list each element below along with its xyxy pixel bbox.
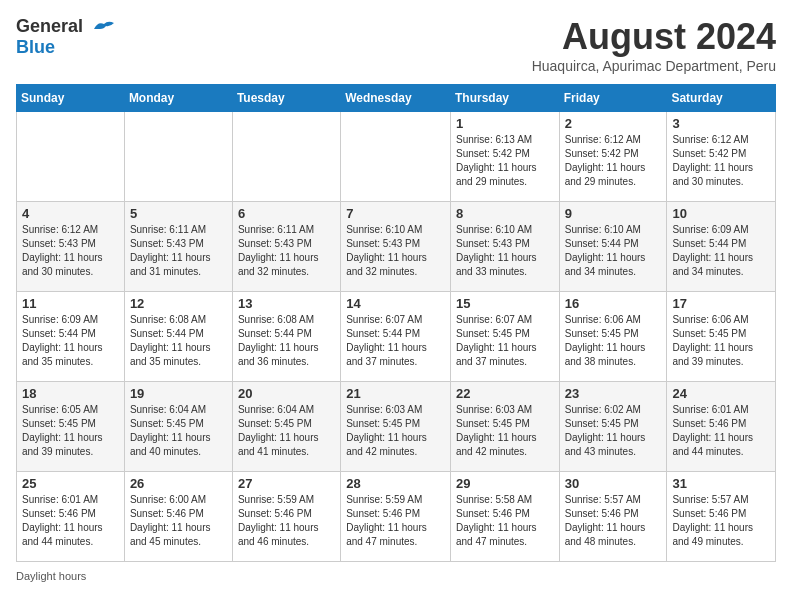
day-of-week-header: Tuesday (232, 85, 340, 112)
day-info: Sunrise: 6:12 AMSunset: 5:42 PMDaylight:… (672, 133, 770, 189)
day-number: 3 (672, 116, 770, 131)
calendar-cell: 1Sunrise: 6:13 AMSunset: 5:42 PMDaylight… (450, 112, 559, 202)
day-info: Sunrise: 5:59 AMSunset: 5:46 PMDaylight:… (346, 493, 445, 549)
day-info: Sunrise: 6:01 AMSunset: 5:46 PMDaylight:… (22, 493, 119, 549)
title-area: August 2024 Huaquirca, Apurimac Departme… (532, 16, 776, 74)
calendar-week-row: 1Sunrise: 6:13 AMSunset: 5:42 PMDaylight… (17, 112, 776, 202)
day-of-week-header: Wednesday (341, 85, 451, 112)
day-number: 22 (456, 386, 554, 401)
calendar-cell: 26Sunrise: 6:00 AMSunset: 5:46 PMDayligh… (124, 472, 232, 562)
day-number: 19 (130, 386, 227, 401)
logo-bird-icon (90, 19, 118, 37)
day-number: 15 (456, 296, 554, 311)
day-number: 7 (346, 206, 445, 221)
calendar-week-row: 25Sunrise: 6:01 AMSunset: 5:46 PMDayligh… (17, 472, 776, 562)
day-of-week-header: Thursday (450, 85, 559, 112)
calendar-cell (17, 112, 125, 202)
calendar-cell (124, 112, 232, 202)
day-info: Sunrise: 6:11 AMSunset: 5:43 PMDaylight:… (238, 223, 335, 279)
day-number: 10 (672, 206, 770, 221)
day-of-week-header: Monday (124, 85, 232, 112)
day-number: 14 (346, 296, 445, 311)
calendar-cell: 31Sunrise: 5:57 AMSunset: 5:46 PMDayligh… (667, 472, 776, 562)
day-info: Sunrise: 6:08 AMSunset: 5:44 PMDaylight:… (238, 313, 335, 369)
day-number: 24 (672, 386, 770, 401)
calendar-cell: 23Sunrise: 6:02 AMSunset: 5:45 PMDayligh… (559, 382, 667, 472)
calendar-cell: 4Sunrise: 6:12 AMSunset: 5:43 PMDaylight… (17, 202, 125, 292)
day-info: Sunrise: 5:58 AMSunset: 5:46 PMDaylight:… (456, 493, 554, 549)
day-number: 2 (565, 116, 662, 131)
logo-general: General (16, 16, 83, 36)
day-number: 18 (22, 386, 119, 401)
calendar-cell: 6Sunrise: 6:11 AMSunset: 5:43 PMDaylight… (232, 202, 340, 292)
day-of-week-header: Sunday (17, 85, 125, 112)
day-info: Sunrise: 6:06 AMSunset: 5:45 PMDaylight:… (565, 313, 662, 369)
day-of-week-header: Friday (559, 85, 667, 112)
logo-text: General (16, 16, 118, 37)
day-number: 11 (22, 296, 119, 311)
calendar-table: SundayMondayTuesdayWednesdayThursdayFrid… (16, 84, 776, 562)
day-info: Sunrise: 6:03 AMSunset: 5:45 PMDaylight:… (456, 403, 554, 459)
calendar-cell: 25Sunrise: 6:01 AMSunset: 5:46 PMDayligh… (17, 472, 125, 562)
day-number: 16 (565, 296, 662, 311)
day-info: Sunrise: 6:11 AMSunset: 5:43 PMDaylight:… (130, 223, 227, 279)
day-number: 17 (672, 296, 770, 311)
calendar-cell: 18Sunrise: 6:05 AMSunset: 5:45 PMDayligh… (17, 382, 125, 472)
day-info: Sunrise: 6:10 AMSunset: 5:43 PMDaylight:… (346, 223, 445, 279)
day-info: Sunrise: 5:57 AMSunset: 5:46 PMDaylight:… (565, 493, 662, 549)
calendar-cell: 8Sunrise: 6:10 AMSunset: 5:43 PMDaylight… (450, 202, 559, 292)
day-info: Sunrise: 6:09 AMSunset: 5:44 PMDaylight:… (672, 223, 770, 279)
header: General Blue August 2024 Huaquirca, Apur… (16, 16, 776, 74)
calendar-cell: 17Sunrise: 6:06 AMSunset: 5:45 PMDayligh… (667, 292, 776, 382)
day-number: 30 (565, 476, 662, 491)
day-info: Sunrise: 6:03 AMSunset: 5:45 PMDaylight:… (346, 403, 445, 459)
calendar-cell: 11Sunrise: 6:09 AMSunset: 5:44 PMDayligh… (17, 292, 125, 382)
day-info: Sunrise: 6:06 AMSunset: 5:45 PMDaylight:… (672, 313, 770, 369)
calendar-cell: 10Sunrise: 6:09 AMSunset: 5:44 PMDayligh… (667, 202, 776, 292)
day-info: Sunrise: 6:04 AMSunset: 5:45 PMDaylight:… (238, 403, 335, 459)
day-number: 20 (238, 386, 335, 401)
day-info: Sunrise: 6:12 AMSunset: 5:43 PMDaylight:… (22, 223, 119, 279)
calendar-week-row: 11Sunrise: 6:09 AMSunset: 5:44 PMDayligh… (17, 292, 776, 382)
day-number: 23 (565, 386, 662, 401)
day-number: 29 (456, 476, 554, 491)
calendar-subtitle: Huaquirca, Apurimac Department, Peru (532, 58, 776, 74)
day-info: Sunrise: 6:09 AMSunset: 5:44 PMDaylight:… (22, 313, 119, 369)
day-number: 28 (346, 476, 445, 491)
calendar-cell: 27Sunrise: 5:59 AMSunset: 5:46 PMDayligh… (232, 472, 340, 562)
calendar-cell (232, 112, 340, 202)
calendar-cell (341, 112, 451, 202)
day-number: 12 (130, 296, 227, 311)
day-info: Sunrise: 6:07 AMSunset: 5:44 PMDaylight:… (346, 313, 445, 369)
day-number: 26 (130, 476, 227, 491)
calendar-cell: 14Sunrise: 6:07 AMSunset: 5:44 PMDayligh… (341, 292, 451, 382)
day-number: 5 (130, 206, 227, 221)
day-info: Sunrise: 6:10 AMSunset: 5:43 PMDaylight:… (456, 223, 554, 279)
calendar-cell: 12Sunrise: 6:08 AMSunset: 5:44 PMDayligh… (124, 292, 232, 382)
logo-blue-text: Blue (16, 37, 55, 57)
calendar-cell: 15Sunrise: 6:07 AMSunset: 5:45 PMDayligh… (450, 292, 559, 382)
calendar-week-row: 18Sunrise: 6:05 AMSunset: 5:45 PMDayligh… (17, 382, 776, 472)
calendar-cell: 29Sunrise: 5:58 AMSunset: 5:46 PMDayligh… (450, 472, 559, 562)
calendar-title: August 2024 (532, 16, 776, 58)
calendar-cell: 24Sunrise: 6:01 AMSunset: 5:46 PMDayligh… (667, 382, 776, 472)
footer: Daylight hours (16, 570, 776, 582)
day-number: 6 (238, 206, 335, 221)
day-info: Sunrise: 6:12 AMSunset: 5:42 PMDaylight:… (565, 133, 662, 189)
day-info: Sunrise: 6:10 AMSunset: 5:44 PMDaylight:… (565, 223, 662, 279)
day-info: Sunrise: 6:02 AMSunset: 5:45 PMDaylight:… (565, 403, 662, 459)
day-number: 8 (456, 206, 554, 221)
calendar-cell: 28Sunrise: 5:59 AMSunset: 5:46 PMDayligh… (341, 472, 451, 562)
day-of-week-header: Saturday (667, 85, 776, 112)
calendar-cell: 13Sunrise: 6:08 AMSunset: 5:44 PMDayligh… (232, 292, 340, 382)
calendar-cell: 9Sunrise: 6:10 AMSunset: 5:44 PMDaylight… (559, 202, 667, 292)
day-number: 9 (565, 206, 662, 221)
day-info: Sunrise: 6:05 AMSunset: 5:45 PMDaylight:… (22, 403, 119, 459)
day-info: Sunrise: 5:57 AMSunset: 5:46 PMDaylight:… (672, 493, 770, 549)
day-number: 27 (238, 476, 335, 491)
day-number: 4 (22, 206, 119, 221)
day-number: 31 (672, 476, 770, 491)
daylight-label: Daylight hours (16, 570, 86, 582)
calendar-cell: 16Sunrise: 6:06 AMSunset: 5:45 PMDayligh… (559, 292, 667, 382)
calendar-header-row: SundayMondayTuesdayWednesdayThursdayFrid… (17, 85, 776, 112)
